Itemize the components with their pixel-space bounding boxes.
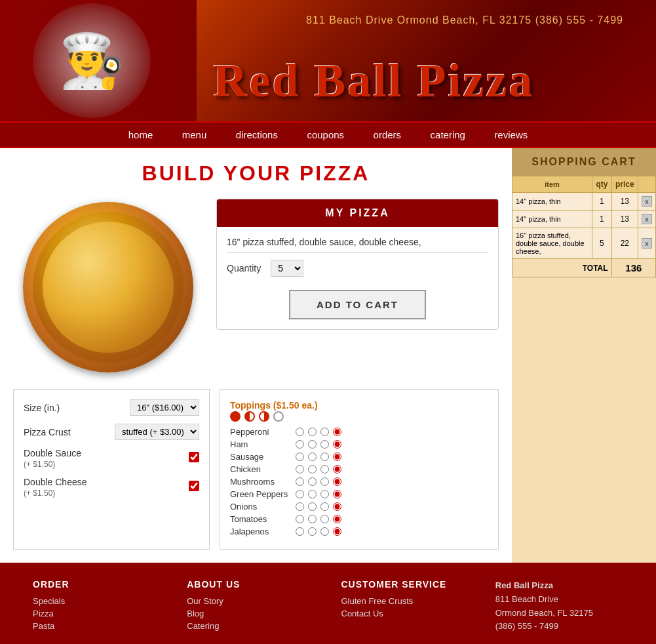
footer-link-pizza[interactable]: Pizza [33, 609, 161, 618]
toppings-panel: Toppings ($1.50 ea.) Pepperoni [220, 389, 499, 550]
ham-right-radio[interactable] [320, 440, 329, 449]
my-pizza-body: 16" pizza stuffed, double sauce, double … [217, 227, 498, 329]
greenpeppers-full-radio[interactable] [333, 490, 341, 498]
footer-link-specials[interactable]: Specials [33, 596, 161, 606]
crust-select[interactable]: thin regular stuffed (+ $3.00) [115, 424, 199, 440]
delete-cart-item-2-button[interactable]: x [642, 214, 652, 224]
cart-row: 14" pizza, thin 1 13 x [512, 211, 656, 228]
topping-jalapenos-radios [296, 527, 341, 536]
double-cheese-label: Double Cheese (+ $1.50) [24, 477, 87, 498]
ham-none-radio[interactable] [296, 440, 304, 449]
greenpeppers-right-radio[interactable] [320, 490, 329, 498]
topping-ham-radios [296, 440, 341, 449]
chicken-full-radio[interactable] [333, 465, 341, 473]
footer-link-pasta[interactable]: Pasta [33, 621, 161, 631]
ham-full-radio[interactable] [333, 440, 341, 449]
footer-customer-service: CUSTOMER SERVICE Gluten Free Crusts Cont… [341, 579, 469, 634]
chicken-right-radio[interactable] [320, 465, 329, 473]
double-cheese-checkbox[interactable] [189, 481, 199, 491]
topping-row: Pepperoni [230, 427, 488, 437]
delete-cart-item-1-button[interactable]: x [642, 196, 652, 207]
pizza-image-container [13, 199, 203, 376]
jalapenos-full-radio[interactable] [333, 527, 341, 536]
chicken-none-radio[interactable] [296, 465, 304, 473]
mushrooms-full-radio[interactable] [333, 477, 341, 486]
greenpeppers-none-radio[interactable] [296, 490, 304, 498]
mushrooms-none-radio[interactable] [296, 477, 304, 486]
onions-right-radio[interactable] [320, 502, 329, 511]
footer-link-blog[interactable]: Blog [187, 609, 315, 618]
toppings-title: Toppings ($1.50 ea.) [230, 400, 318, 411]
tomatoes-none-radio[interactable] [296, 515, 304, 523]
crust-label: Pizza Crust [24, 427, 71, 437]
nav-directions[interactable]: directions [223, 123, 291, 147]
sausage-left-radio[interactable] [308, 453, 317, 461]
chicken-left-radio[interactable] [308, 465, 317, 473]
tomatoes-full-radio[interactable] [333, 515, 341, 523]
pizza-description: 16" pizza stuffed, double sauce, double … [227, 237, 488, 253]
pepperoni-right-radio[interactable] [320, 428, 329, 436]
cart-header-item: item [512, 176, 592, 193]
onions-none-radio[interactable] [296, 502, 304, 511]
sausage-none-radio[interactable] [296, 453, 304, 461]
footer-link-contact[interactable]: Contact Us [341, 609, 469, 618]
footer-address-col: Red Ball Pizza 811 Beach Drive Ormond Be… [495, 579, 623, 634]
cart-item-name: 14" pizza, thin [512, 193, 592, 211]
pepperoni-none-radio[interactable] [296, 428, 304, 436]
size-select[interactable]: 10" ($10.00) 12" ($12.00) 14" ($14.00) 1… [130, 399, 199, 416]
footer-link-our-story[interactable]: Our Story [187, 596, 315, 606]
legend-full-icon [230, 411, 241, 422]
mushrooms-right-radio[interactable] [320, 477, 329, 486]
cart-item-delete-cell: x [638, 228, 656, 259]
shopping-cart: SHOPPING CART item qty price 14" pizza, … [512, 148, 656, 563]
delete-cart-item-3-button[interactable]: x [642, 238, 652, 249]
footer-link-catering[interactable]: Catering [187, 621, 315, 631]
cart-table: item qty price 14" pizza, thin 1 13 x 14… [512, 176, 656, 277]
quantity-row: Quantity 1 2 3 4 5 6 7 8 9 10 [227, 260, 488, 277]
tomatoes-right-radio[interactable] [320, 515, 329, 523]
cart-item-price: 13 [611, 211, 638, 228]
pepperoni-left-radio[interactable] [308, 428, 317, 436]
add-to-cart-button[interactable]: ADD TO CART [289, 290, 426, 319]
size-control: 10" ($10.00) 12" ($12.00) 14" ($14.00) 1… [130, 399, 199, 416]
footer-link-gluten[interactable]: Gluten Free Crusts [341, 596, 469, 606]
topping-onions-label: Onions [230, 502, 296, 512]
quantity-select[interactable]: 1 2 3 4 5 6 7 8 9 10 [271, 260, 303, 277]
size-options-panel: Size (in.) 10" ($10.00) 12" ($12.00) 14"… [13, 389, 210, 550]
nav-reviews[interactable]: reviews [481, 123, 541, 147]
mushrooms-left-radio[interactable] [308, 477, 317, 486]
footer-street: 811 Beach Drive [495, 594, 558, 604]
nav-coupons[interactable]: coupons [294, 123, 357, 147]
options-row: Size (in.) 10" ($10.00) 12" ($12.00) 14"… [13, 389, 499, 550]
double-sauce-checkbox[interactable] [189, 452, 199, 462]
nav-home[interactable]: home [115, 123, 166, 147]
nav-orders[interactable]: orders [360, 123, 415, 147]
jalapenos-left-radio[interactable] [308, 527, 317, 536]
cart-item-delete-cell: x [638, 211, 656, 228]
topping-onions-radios [296, 502, 341, 511]
nav-catering[interactable]: catering [417, 123, 478, 147]
ham-left-radio[interactable] [308, 440, 317, 449]
onions-full-radio[interactable] [333, 502, 341, 511]
topping-row: Ham [230, 439, 488, 449]
cart-item-qty: 5 [592, 228, 612, 259]
jalapenos-right-radio[interactable] [320, 527, 329, 536]
nav-menu[interactable]: menu [169, 123, 220, 147]
page-title: BUILD YOUR PIZZA [13, 161, 499, 186]
sausage-full-radio[interactable] [333, 453, 341, 461]
tomatoes-left-radio[interactable] [308, 515, 317, 523]
header-address: 811 Beach Drive Ormond Beach, FL 32175 (… [306, 14, 623, 26]
onions-left-radio[interactable] [308, 502, 317, 511]
topping-tomatoes-label: Tomatoes [230, 514, 296, 524]
topping-pepperoni-radios [296, 428, 341, 436]
footer-biz-name: Red Ball Pizza [495, 580, 553, 590]
footer-order: ORDER Specials Pizza Pasta [33, 579, 161, 634]
topping-sausage-radios [296, 453, 341, 461]
greenpeppers-left-radio[interactable] [308, 490, 317, 498]
pepperoni-full-radio[interactable] [333, 428, 341, 436]
sausage-right-radio[interactable] [320, 453, 329, 461]
topping-row: Mushrooms [230, 477, 488, 487]
cart-title: SHOPPING CART [512, 148, 656, 176]
jalapenos-none-radio[interactable] [296, 527, 304, 536]
footer-about-heading: ABOUT US [187, 579, 315, 590]
